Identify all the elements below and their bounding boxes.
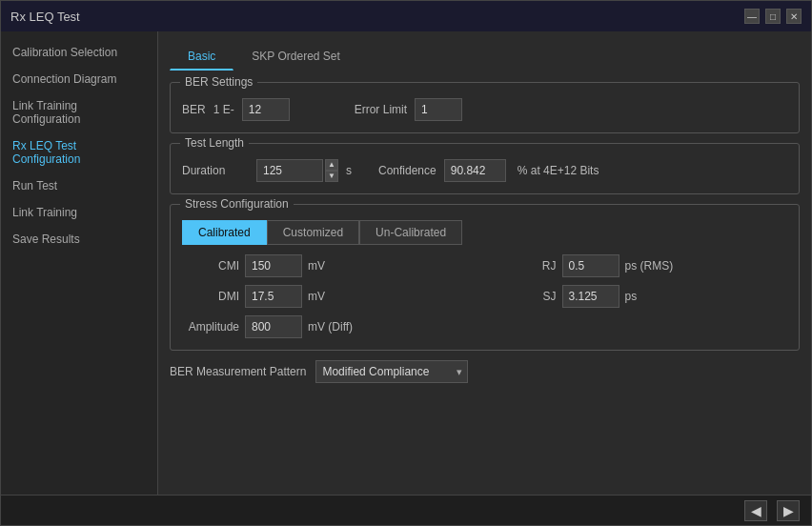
amplitude-unit: mV (Diff) [308, 320, 353, 334]
duration-increment-button[interactable]: ▲ [325, 159, 338, 171]
ber-pattern-select[interactable]: Modified Compliance Compliance PRBS7 PRB… [315, 360, 468, 383]
stress-tab-un-calibrated[interactable]: Un-Calibrated [359, 220, 462, 245]
rj-row: RJ ps (RMS) [499, 254, 788, 277]
duration-spinner-buttons: ▲ ▼ [325, 159, 338, 182]
confidence-label: Confidence [378, 164, 436, 177]
sj-label: SJ [499, 290, 557, 303]
ber-settings-group: BER Settings BER 1 E- Error Limit [170, 82, 800, 133]
stress-config-label: Stress Configuration [180, 197, 294, 211]
sidebar-item-rx-leq-test-config[interactable]: Rx LEQ Test Configuration [1, 132, 157, 172]
cmi-label: CMI [182, 259, 239, 273]
duration-row: Duration ▲ ▼ s Confidence % at 4E+12 Bit… [182, 159, 787, 182]
sidebar: Calibration Selection Connection Diagram… [1, 31, 158, 495]
ber-settings-label: BER Settings [180, 75, 257, 89]
titlebar-controls: — □ ✕ [744, 9, 802, 24]
sidebar-item-run-test[interactable]: Run Test [1, 172, 157, 199]
dmi-label: DMI [182, 290, 239, 303]
ber-pattern-select-wrapper: Modified Compliance Compliance PRBS7 PRB… [315, 360, 468, 383]
window-title: Rx LEQ Test [10, 10, 80, 24]
tab-bar: Basic SKP Ordered Set [170, 43, 800, 71]
cmi-unit: mV [308, 259, 325, 273]
rj-input[interactable] [562, 254, 619, 277]
dmi-input[interactable] [245, 285, 302, 308]
maximize-button[interactable]: □ [765, 9, 781, 24]
amplitude-row: Amplitude mV (Diff) [182, 315, 471, 338]
stress-configuration-group: Stress Configuration Calibrated Customiz… [170, 204, 800, 351]
dmi-row: DMI mV [182, 285, 471, 308]
ber-row: BER 1 E- Error Limit [182, 98, 787, 121]
sidebar-item-link-training-config[interactable]: Link Training Configuration [1, 92, 157, 132]
ber-label: BER [182, 103, 206, 116]
rj-unit: ps (RMS) [625, 259, 674, 273]
next-icon: ▶ [783, 503, 794, 518]
duration-input[interactable] [256, 159, 323, 182]
confidence-value-input[interactable] [444, 159, 506, 182]
minimize-button[interactable]: — [744, 9, 760, 24]
rj-label: RJ [499, 259, 557, 273]
test-length-label: Test Length [180, 136, 249, 150]
dmi-unit: mV [308, 290, 325, 303]
sidebar-item-connection-diagram[interactable]: Connection Diagram [1, 66, 157, 92]
duration-unit: s [346, 164, 352, 177]
close-button[interactable]: ✕ [786, 9, 802, 24]
duration-label: Duration [182, 164, 249, 177]
test-length-group: Test Length Duration ▲ ▼ s Confidence % … [170, 143, 800, 194]
ber-prefix: 1 E- [213, 103, 234, 116]
duration-spinner: ▲ ▼ [256, 159, 338, 182]
ber-value-input[interactable] [242, 98, 290, 121]
bottom-bar: ◀ ▶ [1, 495, 811, 525]
main-content: Calibration Selection Connection Diagram… [1, 31, 811, 495]
next-button[interactable]: ▶ [777, 500, 800, 521]
cmi-input[interactable] [245, 254, 302, 277]
confidence-suffix: % at 4E+12 Bits [518, 164, 599, 177]
prev-icon: ◀ [751, 503, 761, 518]
titlebar: Rx LEQ Test — □ ✕ [1, 1, 811, 31]
cmi-row: CMI mV [182, 254, 471, 277]
stress-tab-customized[interactable]: Customized [267, 220, 359, 245]
stress-tabs: Calibrated Customized Un-Calibrated [182, 220, 787, 245]
stress-grid: CMI mV RJ ps (RMS) DMI mV [182, 254, 787, 338]
ber-pattern-row: BER Measurement Pattern Modified Complia… [170, 360, 800, 383]
error-limit-input[interactable] [415, 98, 462, 121]
ber-pattern-label: BER Measurement Pattern [170, 365, 306, 378]
sj-input[interactable] [562, 285, 619, 308]
tab-skp-ordered-set[interactable]: SKP Ordered Set [233, 43, 358, 71]
content-area: Basic SKP Ordered Set BER Settings BER 1… [158, 31, 811, 495]
sidebar-item-calibration-selection[interactable]: Calibration Selection [1, 39, 157, 66]
sj-row: SJ ps [499, 285, 788, 308]
prev-button[interactable]: ◀ [744, 500, 767, 521]
sidebar-item-link-training[interactable]: Link Training [1, 199, 157, 226]
sj-unit: ps [625, 290, 638, 303]
sidebar-item-save-results[interactable]: Save Results [1, 226, 157, 253]
tab-basic[interactable]: Basic [170, 43, 233, 71]
stress-tab-calibrated[interactable]: Calibrated [182, 220, 267, 245]
amplitude-input[interactable] [245, 315, 302, 338]
duration-decrement-button[interactable]: ▼ [325, 171, 338, 182]
amplitude-label: Amplitude [182, 320, 239, 334]
window: Rx LEQ Test — □ ✕ Calibration Selection … [0, 0, 812, 526]
error-limit-label: Error Limit [355, 103, 407, 116]
